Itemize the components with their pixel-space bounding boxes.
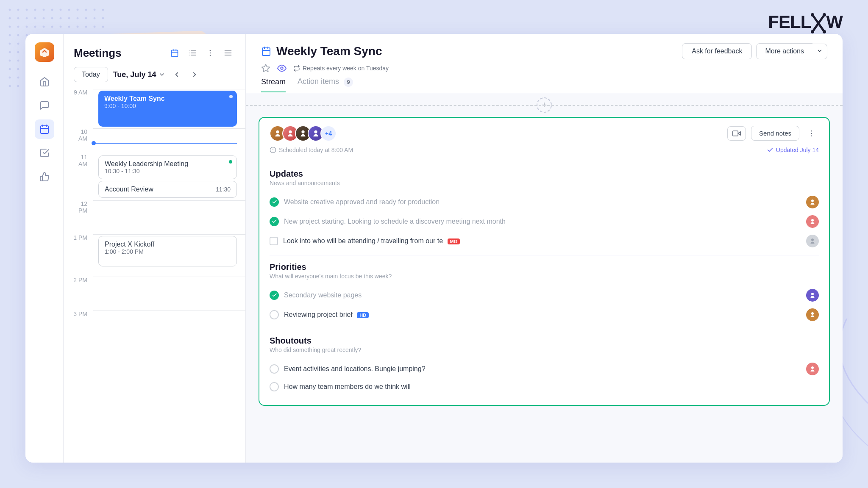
more-actions-arrow[interactable] bbox=[812, 44, 827, 59]
vertical-dots-icon bbox=[807, 129, 816, 138]
meeting-card-leadership[interactable]: Weekly Leadership Meeting 10:30 - 11:30 bbox=[98, 155, 237, 179]
updated-info: Updated July 14 bbox=[767, 147, 819, 153]
svg-point-49 bbox=[811, 366, 814, 369]
svg-point-38 bbox=[811, 130, 812, 131]
meeting-card-project-kickoff[interactable]: Project X Kickoff 1:00 - 2:00 PM bbox=[98, 236, 237, 266]
divider-3 bbox=[270, 329, 819, 329]
today-button[interactable]: Today bbox=[74, 67, 108, 82]
sidebar-item-calendar[interactable] bbox=[35, 119, 54, 139]
ask-feedback-btn[interactable]: Ask for feedback bbox=[682, 43, 752, 59]
check-icon-2 bbox=[272, 219, 277, 224]
badge-hd: HD bbox=[357, 312, 369, 318]
badge-mg: MG bbox=[448, 238, 460, 244]
meetings-header-icons bbox=[167, 46, 235, 60]
svg-point-35 bbox=[314, 130, 317, 133]
check-circle-p1[interactable] bbox=[270, 291, 279, 300]
calendar-view-btn[interactable] bbox=[167, 46, 182, 60]
meeting-name-account: Account Review 11:30 bbox=[105, 186, 231, 193]
svg-point-44 bbox=[811, 200, 814, 202]
next-date-btn[interactable] bbox=[188, 68, 201, 81]
svg-point-40 bbox=[811, 135, 812, 136]
time-slot-11am: 11 AM Weekly Leadership Meeting 10:30 - … bbox=[64, 154, 245, 200]
uncheck-circle-p2[interactable] bbox=[270, 310, 279, 319]
time-label-2pm: 2 PM bbox=[64, 277, 93, 283]
video-call-btn[interactable] bbox=[727, 126, 746, 141]
repeat-info: Repeats every week on Tuesday bbox=[293, 65, 389, 72]
meeting-card-weekly-team-sync[interactable]: Weekly Team Sync 9:00 - 10:00 bbox=[98, 91, 237, 127]
item-avatar-1 bbox=[806, 196, 819, 208]
section-subtitle-priorities: What will everyone's main focus be this … bbox=[270, 273, 819, 280]
main-content: Weekly Team Sync Ask for feedback More a… bbox=[246, 34, 843, 463]
sidebar-item-feedback[interactable] bbox=[35, 167, 54, 186]
card-dot bbox=[229, 95, 233, 98]
meeting-time-leadership: 10:30 - 11:30 bbox=[105, 168, 231, 175]
eye-icon[interactable] bbox=[277, 64, 287, 73]
meeting-name: Weekly Team Sync bbox=[104, 95, 231, 103]
time-label-1pm: 1 PM bbox=[64, 234, 93, 241]
svg-point-5 bbox=[823, 30, 826, 33]
item-text-updates-2: New project starting. Looking to schedul… bbox=[284, 218, 801, 225]
svg-point-34 bbox=[301, 130, 304, 133]
time-label-3pm: 3 PM bbox=[64, 311, 93, 317]
uncheck-circle-s1[interactable] bbox=[270, 364, 279, 374]
notes-card-header: +4 Send notes bbox=[259, 118, 829, 147]
time-slot-2pm: 2 PM bbox=[64, 277, 245, 311]
prev-date-btn[interactable] bbox=[170, 68, 183, 81]
item-text-updates-1: Website creative approved and ready for … bbox=[284, 198, 801, 206]
detail-header: Weekly Team Sync Ask for feedback More a… bbox=[246, 34, 843, 93]
dropdown-arrow-icon bbox=[817, 48, 823, 54]
tab-action-items[interactable]: Action items 9 bbox=[298, 77, 353, 93]
events-area-9am: Weekly Team Sync 9:00 - 10:00 bbox=[93, 89, 245, 128]
calendar-scroll[interactable]: 9 AM Weekly Team Sync 9:00 - 10:00 10 AM bbox=[64, 89, 245, 463]
uncheck-circle-s2[interactable] bbox=[270, 382, 279, 391]
time-slot-12pm: 12 PM bbox=[64, 200, 245, 234]
check-circle-1[interactable] bbox=[270, 197, 279, 207]
check-square-3[interactable] bbox=[270, 237, 278, 245]
sidebar-item-notes[interactable] bbox=[35, 96, 54, 115]
meetings-more-btn[interactable] bbox=[203, 46, 217, 60]
scheduled-info: Scheduled today at 8:00 AM bbox=[270, 147, 353, 153]
app-logo[interactable] bbox=[35, 42, 54, 62]
date-display[interactable]: Tue, July 14 bbox=[113, 70, 166, 79]
section-subtitle-updates: News and announcements bbox=[270, 180, 819, 186]
item-avatar-p1 bbox=[806, 289, 819, 302]
list-item-updates-1: Website creative approved and ready for … bbox=[270, 192, 819, 212]
section-title-shoutouts: Shoutouts bbox=[270, 336, 819, 346]
detail-actions: Ask for feedback More actions bbox=[682, 43, 827, 59]
item-avatar-p2 bbox=[806, 308, 819, 321]
chevron-down-icon bbox=[159, 71, 165, 78]
calendar-detail-icon bbox=[261, 46, 271, 56]
more-actions-btn[interactable]: More actions bbox=[756, 43, 812, 59]
events-area-10am bbox=[93, 128, 245, 145]
item-avatar-3 bbox=[806, 235, 819, 247]
date-nav: Today Tue, July 14 bbox=[64, 67, 245, 89]
check-icon-p1 bbox=[272, 292, 277, 298]
scheduled-text: Scheduled today at 8:00 AM bbox=[279, 147, 353, 153]
card-more-options-btn[interactable] bbox=[804, 126, 819, 141]
tab-stream[interactable]: Stream bbox=[261, 78, 286, 92]
svg-marker-36 bbox=[738, 131, 740, 135]
svg-point-2 bbox=[811, 13, 814, 17]
svg-point-22 bbox=[210, 55, 211, 56]
detail-body[interactable]: + bbox=[246, 93, 843, 463]
item-text-updates-3: Look into who will be attending / travel… bbox=[283, 237, 801, 245]
star-icon[interactable] bbox=[261, 64, 270, 73]
svg-rect-6 bbox=[41, 126, 48, 133]
svg-point-20 bbox=[210, 50, 211, 51]
fellow-logo: FELL W bbox=[768, 12, 843, 33]
meeting-time-kickoff: 1:00 - 2:00 PM bbox=[105, 248, 231, 255]
send-notes-btn[interactable]: Send notes bbox=[751, 126, 799, 141]
section-title-priorities: Priorities bbox=[270, 262, 819, 272]
svg-rect-37 bbox=[733, 131, 738, 136]
add-item-row[interactable]: + bbox=[246, 93, 843, 117]
svg-point-32 bbox=[276, 130, 279, 133]
list-view-btn[interactable] bbox=[185, 46, 200, 60]
sidebar-item-tasks[interactable] bbox=[35, 143, 54, 163]
sidebar-item-home[interactable] bbox=[35, 72, 54, 92]
svg-point-4 bbox=[811, 30, 814, 33]
meeting-card-account-review[interactable]: Account Review 11:30 bbox=[98, 181, 237, 198]
item-avatar-2 bbox=[806, 215, 819, 228]
check-circle-2[interactable] bbox=[270, 217, 279, 226]
sidebar-toggle-btn[interactable] bbox=[221, 46, 235, 60]
list-item-priorities-2: Reviewing project brief HD bbox=[270, 305, 819, 324]
